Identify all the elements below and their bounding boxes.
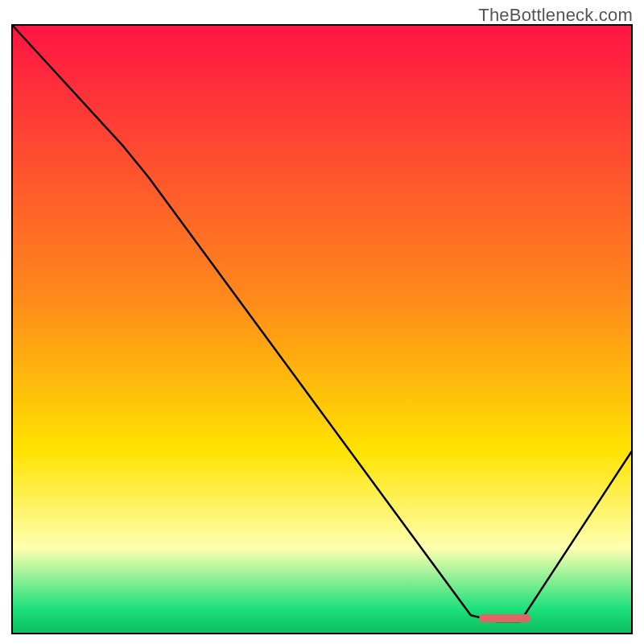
bottleneck-chart: TheBottleneck.com (0, 0, 644, 644)
watermark-text: TheBottleneck.com (478, 5, 633, 26)
plot-background (12, 25, 632, 634)
chart-svg (11, 24, 633, 634)
